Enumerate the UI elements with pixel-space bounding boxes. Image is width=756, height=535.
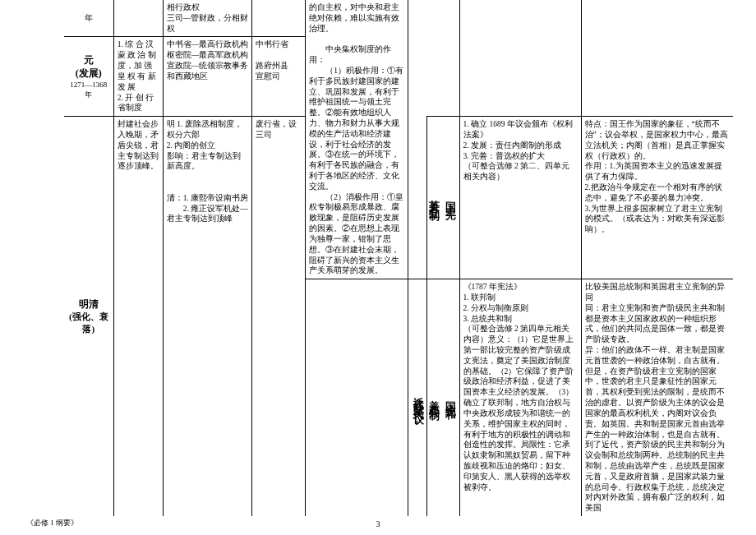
cell-yuan-title: 元 (发展) 1271—1368 年: [64, 37, 113, 117]
cell-g-gap1: [427, 0, 443, 117]
cell-yuan-d: 中书行省 路府州县 宣慰司: [252, 37, 306, 117]
footer-page: 3: [376, 519, 380, 528]
center-vert-text: 近代欧美代议: [412, 388, 426, 408]
cell-d-empty1: [252, 0, 306, 37]
cell-year-cont: 年: [64, 0, 113, 37]
yuan-years: 1271—1368 年: [67, 80, 110, 99]
cell-g2-gap1: [442, 0, 459, 117]
cell-us-h: 《1787 年宪法》 1. 联邦制 2. 分权与制衡原则 3. 总统共和制 （可…: [459, 279, 581, 516]
cell-us-head2: 国统和: [442, 279, 459, 516]
cell-effects: 的自主权，对中央和君主绝对依赖，难以实施有效治理。 中央集权制度的作用： （1）…: [306, 0, 408, 279]
cell-mq-c: 明 1. 废除丞相制度，权分六部 2. 内阁的创立 影响：君主专制达到新高度。 …: [163, 117, 252, 516]
cell-h-gap1: [459, 0, 581, 117]
cell-e-empty2: [306, 279, 408, 516]
cell-mq-d: 废行省，设三司: [252, 117, 306, 516]
cell-center-vert: 近代欧美代议: [408, 279, 427, 516]
cell-yuan-c: 中书省—最高行政机构 枢密院—最高军政机构 宣政院—统领宗教事务和西藏地区: [163, 37, 252, 117]
mq-sub: (强化、衰落): [67, 311, 110, 335]
cell-us-i: 比较美国总统制和英国君主立宪制的异同 同：君主立宪制和资产阶级民主共和制都是资本…: [581, 279, 733, 516]
cell-yuan-b: 1. 综 合 汉 蒙 政 治 制度，加 强 皇 权 有 新 发 展 2. 开 创…: [113, 37, 163, 117]
mq-title: 明清: [67, 297, 110, 311]
cell-us-head1: 美总共制: [427, 279, 443, 516]
cell-uk-head2: 国主宪: [442, 117, 459, 279]
cell-mq-b: 封建社会步入晚期，矛盾尖锐，君主专制达到逐步顶峰。: [113, 117, 163, 516]
yuan-sub: (发展): [67, 67, 110, 80]
footer-series: 《必修 1 纲要》: [26, 518, 78, 528]
cell-f-gap: [408, 0, 427, 279]
cell-mq-title: 明清 (强化、衰落): [64, 117, 113, 516]
cell-uk-i: 特点：国王作为国家的象征，“统而不治”；议会举权，是国家权力中心，最高立法机关；…: [581, 117, 733, 279]
cell-uk-h: 1. 确立 1689 年议会颁布《权利法案》 2. 发展：责任内阁制的形成 3.…: [459, 117, 581, 279]
yuan-title: 元: [67, 53, 110, 67]
cell-i-gap1: [581, 0, 733, 117]
cell-b-empty1: [113, 0, 163, 37]
cell-uk-head1: 英君立制: [427, 117, 443, 279]
cell-c-row1: 相行政权 三司—管财政，分相财权: [163, 0, 252, 37]
